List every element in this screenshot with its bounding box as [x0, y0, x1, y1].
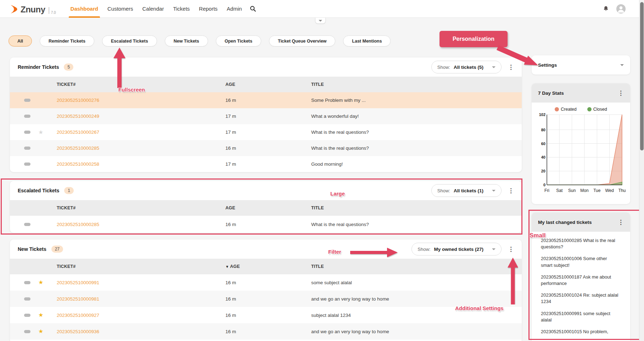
watch-star-icon[interactable]: ★: [38, 130, 57, 135]
title-cell: What is the real questions?: [311, 130, 522, 135]
filter-pill-new-tickets[interactable]: New Tickets: [165, 35, 208, 46]
age-cell: 16 m: [225, 145, 311, 151]
escalated-table-header: TICKET# AGE TITLE: [10, 200, 522, 216]
table-row[interactable]: ★ 2023052510000991 16 m some subject ala…: [10, 274, 522, 291]
nav-item-reports[interactable]: Reports: [194, 0, 222, 18]
search-icon[interactable]: [250, 6, 256, 12]
show-label: Show:: [437, 65, 450, 70]
stats-kebab-menu-icon[interactable]: ⋮: [618, 90, 624, 96]
table-row[interactable]: 2023052510000276 16 m Some Problem with …: [10, 92, 522, 108]
last-changed-kebab-menu-icon[interactable]: ⋮: [618, 219, 624, 225]
col-title[interactable]: TITLE: [311, 82, 522, 87]
brand[interactable]: Znuny | 7.0: [10, 3, 56, 15]
panel-title: Escalated Tickets: [18, 188, 59, 193]
title-cell: and we go an very long way to home: [311, 329, 522, 334]
svg-text:Mon: Mon: [580, 188, 588, 193]
list-item[interactable]: 2023052510000187 Ask me about performanc…: [541, 274, 619, 287]
table-row[interactable]: ★ 2023052510000267 17 m What is the real…: [10, 124, 522, 140]
last-changed-list: 2023052510000285 What is the real questi…: [532, 232, 630, 341]
watch-star-icon[interactable]: ★: [38, 329, 57, 334]
table-row[interactable]: 2023052510000981 16 m and we go an very …: [10, 291, 522, 307]
watch-star-icon[interactable]: ★: [38, 312, 57, 318]
col-ticket[interactable]: TICKET#: [57, 205, 225, 210]
svg-text:Wed: Wed: [605, 188, 614, 193]
main-menu: Dashboard Customers Calendar Tickets Rep…: [66, 0, 256, 18]
table-row[interactable]: ★ 2023052510000936 16 m and we go an ver…: [10, 323, 522, 340]
col-ticket[interactable]: TICKET#: [57, 82, 225, 87]
nav-item-admin[interactable]: Admin: [222, 0, 247, 18]
ticket-number-link[interactable]: 2023052510000936: [57, 329, 225, 334]
nav-item-dashboard[interactable]: Dashboard: [66, 0, 103, 18]
unread-indicator: [24, 314, 30, 317]
filter-pill-ticket-queue-overview[interactable]: Ticket Queue Overview: [269, 35, 335, 46]
new-tickets-panel: New Tickets 27 Show: My owned tickets (2…: [10, 240, 522, 341]
ticket-number-link[interactable]: 2023052510000285: [57, 145, 225, 151]
ticket-number-link[interactable]: 2023052510000285: [57, 222, 225, 227]
table-row[interactable]: 2023052510000249 17 m What a wonderful d…: [10, 108, 522, 124]
col-ticket[interactable]: TICKET#: [57, 264, 225, 269]
chevron-down-icon[interactable]: [620, 64, 624, 66]
escalated-kebab-menu-icon[interactable]: ⋮: [508, 188, 514, 194]
reminder-show-filter-dropdown[interactable]: Show: All tickets (5): [431, 61, 502, 73]
nav-item-customers[interactable]: Customers: [103, 0, 138, 18]
svg-text:Fri: Fri: [544, 188, 549, 193]
new-tickets-kebab-menu-icon[interactable]: ⋮: [508, 246, 514, 252]
panel-title: My last changed tickets: [538, 220, 592, 225]
filter-pill-reminder-tickets[interactable]: Reminder Tickets: [40, 35, 94, 46]
title-cell: some subject alalal: [311, 280, 522, 285]
table-row[interactable]: ★ 2023052510000927 16 m subject alalal 1…: [10, 307, 522, 323]
filter-pill-escalated-tickets[interactable]: Escalated Tickets: [102, 35, 157, 46]
last-changed-header: My last changed tickets ⋮: [532, 213, 630, 232]
age-cell: 16 m: [225, 329, 311, 334]
reminder-tickets-header: Reminder Tickets 5 Show: All tickets (5)…: [10, 57, 522, 77]
table-row[interactable]: 2023052510000258 17 m Good morning!: [10, 156, 522, 172]
list-item[interactable]: 2023052510001024 Re: subject alalal 1234: [541, 292, 619, 305]
unread-indicator: [24, 115, 30, 118]
svg-text:Thu: Thu: [618, 188, 626, 193]
watch-star-icon[interactable]: ★: [38, 280, 57, 285]
ticket-number-link[interactable]: 2023052510000981: [57, 296, 225, 302]
svg-text:0: 0: [543, 183, 545, 187]
filter-pill-last-mentions[interactable]: Last Mentions: [343, 35, 391, 46]
list-item[interactable]: 2023052510000991 some subject alalal: [541, 310, 619, 323]
col-title[interactable]: TITLE: [311, 264, 522, 269]
scrollbar[interactable]: [639, 0, 644, 341]
ticket-number-link[interactable]: 2023052510000991: [57, 280, 225, 285]
svg-text:102: 102: [539, 112, 545, 117]
filter-pill-open-tickets[interactable]: Open Tickets: [216, 35, 261, 46]
col-age[interactable]: AGE: [225, 205, 311, 210]
scrollbar-thumb[interactable]: [640, 2, 644, 150]
list-item[interactable]: 2023052510000285 What is the real questi…: [541, 237, 619, 250]
reminder-kebab-menu-icon[interactable]: ⋮: [508, 64, 514, 70]
table-row[interactable]: 2023052510000285 16 m What is the real q…: [10, 216, 522, 233]
count-badge: 1: [64, 187, 74, 194]
list-item[interactable]: 2023052510001015 No problem,: [541, 329, 619, 335]
panel-title: 7 Day Stats: [538, 90, 564, 96]
notifications-bell-icon[interactable]: [603, 5, 609, 12]
settings-panel[interactable]: Settings: [532, 55, 630, 75]
ticket-number-link[interactable]: 2023052510000258: [57, 161, 225, 167]
nav-item-calendar[interactable]: Calendar: [138, 0, 169, 18]
age-cell: 17 m: [225, 130, 311, 135]
settings-title: Settings: [538, 62, 557, 68]
svg-text:60: 60: [541, 142, 545, 146]
show-label: Show:: [437, 188, 450, 193]
col-age[interactable]: AGE: [225, 82, 311, 87]
znuny-dashboard: Znuny | 7.0 Dashboard Customers Calendar…: [0, 0, 644, 341]
escalated-show-filter-dropdown[interactable]: Show: All tickets (1): [431, 184, 502, 197]
unread-indicator: [24, 147, 30, 150]
col-title[interactable]: TITLE: [311, 205, 522, 210]
ticket-number-link[interactable]: 2023052510000276: [57, 98, 225, 103]
ticket-number-link[interactable]: 2023052510000927: [57, 313, 225, 318]
col-age-sorted[interactable]: ▼AGE: [225, 264, 311, 269]
brand-version: 7.0: [51, 11, 56, 15]
table-row[interactable]: 2023052510000285 16 m What is the real q…: [10, 140, 522, 156]
filter-pill-all[interactable]: All: [9, 35, 32, 46]
avatar[interactable]: [616, 4, 626, 13]
new-tickets-show-filter-dropdown[interactable]: Show: My owned tickets (27): [411, 243, 502, 255]
ticket-number-link[interactable]: 2023052510000249: [57, 114, 225, 119]
dashboard-collapse-toggle[interactable]: [315, 18, 326, 24]
ticket-number-link[interactable]: 2023052510000267: [57, 130, 225, 135]
list-item[interactable]: 2023052510001006 Some other smart subjec…: [541, 255, 619, 268]
nav-item-tickets[interactable]: Tickets: [168, 0, 194, 18]
